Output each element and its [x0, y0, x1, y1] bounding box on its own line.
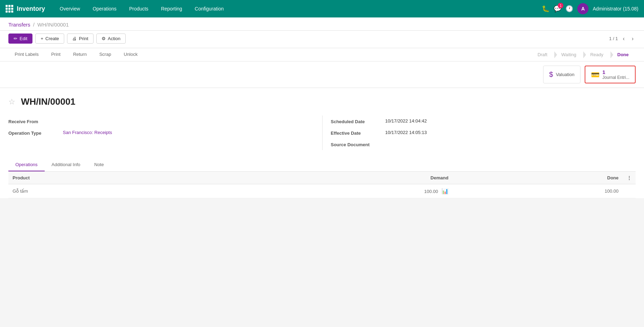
- bug-icon[interactable]: 🐛: [542, 5, 549, 13]
- edit-icon: ✏: [14, 36, 17, 41]
- pagination-text: 1 / 1: [609, 36, 618, 41]
- print-labels-button[interactable]: Print Labels: [8, 48, 45, 61]
- row-options-icon[interactable]: [623, 184, 636, 198]
- breadcrumb-bar: Transfers / WH/IN/00001: [0, 17, 644, 31]
- demand-value: 100.00: [424, 189, 438, 194]
- breadcrumb-current: WH/IN/00001: [37, 22, 69, 28]
- journal-count: 1: [602, 69, 605, 75]
- next-button[interactable]: ›: [630, 34, 636, 43]
- smart-buttons-bar: $ Valuation 💳 1 Journal Entri...: [0, 61, 644, 88]
- record-header: ☆ WH/IN/00001: [8, 96, 636, 107]
- scrap-button[interactable]: Scrap: [93, 48, 117, 61]
- nav-reporting[interactable]: Reporting: [155, 0, 188, 17]
- tab-additional-info[interactable]: Additional Info: [45, 158, 87, 171]
- journal-entries-button[interactable]: 💳 1 Journal Entri...: [585, 66, 636, 83]
- clock-icon[interactable]: 🕐: [565, 5, 573, 13]
- tabs-bar: Operations Additional Info Note: [8, 158, 636, 172]
- plus-icon: +: [40, 36, 43, 41]
- form-row-scheduled-date: Scheduled Date 10/17/2022 14:04:42: [331, 116, 628, 127]
- scheduled-date-label: Scheduled Date: [331, 118, 380, 124]
- cell-product[interactable]: Gỗ tấm: [8, 184, 203, 198]
- print-icon: 🖨: [72, 36, 77, 41]
- journal-label: Journal Entri...: [602, 75, 629, 80]
- receive-from-label: Receive From: [8, 118, 57, 124]
- operation-type-label: Operation Type: [8, 130, 57, 136]
- chat-icon[interactable]: 💬 1: [554, 5, 561, 13]
- col-product: Product: [8, 172, 203, 184]
- breadcrumb-parent[interactable]: Transfers: [8, 22, 30, 28]
- breadcrumb-separator: /: [33, 22, 35, 28]
- form-grid: Receive From Operation Type San Francisc…: [8, 116, 636, 150]
- form-section-left: Receive From Operation Type San Francisc…: [8, 116, 322, 150]
- valuation-label: Valuation: [556, 72, 574, 77]
- dollar-icon: $: [549, 70, 553, 79]
- scheduled-date-value: 10/17/2022 14:04:42: [385, 118, 427, 124]
- form-row-source-doc: Source Document: [331, 139, 628, 150]
- form-row-operation-type: Operation Type San Francisco: Receipts: [8, 127, 314, 139]
- tab-operations[interactable]: Operations: [8, 158, 45, 171]
- edit-button[interactable]: ✏ Edit: [8, 34, 32, 44]
- operations-table: Product Demand Done ⋮ Gỗ tấm 100.00 📊 10…: [8, 172, 636, 198]
- return-button[interactable]: Return: [67, 48, 93, 61]
- col-demand: Demand: [203, 172, 453, 184]
- table-row: Gỗ tấm 100.00 📊 100.00: [8, 184, 636, 198]
- app-grid-icon[interactable]: [6, 5, 13, 13]
- col-done: Done: [453, 172, 623, 184]
- cell-demand: 100.00 📊: [203, 184, 453, 198]
- form-row-effective-date: Effective Date 10/17/2022 14:05:13: [331, 127, 628, 139]
- gear-icon: ⚙: [102, 36, 106, 41]
- nav-right: 🐛 💬 1 🕐 A Administrator (15.08): [542, 3, 638, 14]
- nav-links: Overview Operations Products Reporting C…: [53, 0, 542, 17]
- nav-overview[interactable]: Overview: [53, 0, 86, 17]
- journal-icon: 💳: [591, 70, 600, 79]
- print-button-2[interactable]: Print: [45, 48, 67, 61]
- action-button[interactable]: ⚙ Action: [96, 34, 126, 44]
- cell-done[interactable]: 100.00: [453, 184, 623, 198]
- app-brand[interactable]: Inventory: [17, 5, 45, 13]
- print-button[interactable]: 🖨 Print: [67, 34, 94, 44]
- top-nav: Inventory Overview Operations Products R…: [0, 0, 644, 17]
- pipeline-ready[interactable]: Ready: [583, 49, 610, 61]
- forecast-icon[interactable]: 📊: [442, 188, 449, 194]
- pipeline-done[interactable]: Done: [610, 49, 636, 61]
- effective-date-value: 10/17/2022 14:05:13: [385, 130, 427, 135]
- action-bar: ✏ Edit + Create 🖨 Print ⚙ Action 1 / 1 ‹…: [0, 31, 644, 48]
- pipeline: Draft Waiting Ready Done: [531, 49, 636, 61]
- nav-operations[interactable]: Operations: [86, 0, 123, 17]
- status-action-buttons: Print Labels Print Return Scrap Unlock: [8, 48, 531, 61]
- status-bar: Print Labels Print Return Scrap Unlock D…: [0, 48, 644, 61]
- main-content: ☆ WH/IN/00001 Receive From Operation Typ…: [0, 88, 644, 198]
- effective-date-label: Effective Date: [331, 130, 380, 136]
- pipeline-waiting[interactable]: Waiting: [554, 49, 583, 61]
- record-title: WH/IN/00001: [21, 96, 75, 107]
- user-avatar[interactable]: A: [577, 3, 589, 14]
- nav-products[interactable]: Products: [123, 0, 155, 17]
- prev-button[interactable]: ‹: [621, 34, 627, 43]
- operation-type-value[interactable]: San Francisco: Receipts: [63, 130, 112, 135]
- form-row-receive-from: Receive From: [8, 116, 314, 127]
- form-section-right: Scheduled Date 10/17/2022 14:04:42 Effec…: [322, 116, 636, 150]
- nav-configuration[interactable]: Configuration: [188, 0, 230, 17]
- create-button[interactable]: + Create: [35, 34, 64, 44]
- journal-btn-inner: 1 Journal Entri...: [602, 69, 629, 80]
- col-options-icon[interactable]: ⋮: [623, 172, 636, 184]
- unlock-button[interactable]: Unlock: [117, 48, 144, 61]
- tab-note[interactable]: Note: [87, 158, 111, 171]
- pagination: 1 / 1 ‹ ›: [609, 34, 636, 43]
- favorite-star-icon[interactable]: ☆: [8, 97, 15, 106]
- chat-badge: 1: [558, 3, 563, 8]
- user-name[interactable]: Administrator (15.08): [593, 6, 638, 12]
- source-doc-label: Source Document: [331, 141, 380, 147]
- pipeline-draft[interactable]: Draft: [531, 49, 554, 61]
- valuation-button[interactable]: $ Valuation: [543, 66, 580, 83]
- breadcrumb: Transfers / WH/IN/00001: [8, 22, 636, 30]
